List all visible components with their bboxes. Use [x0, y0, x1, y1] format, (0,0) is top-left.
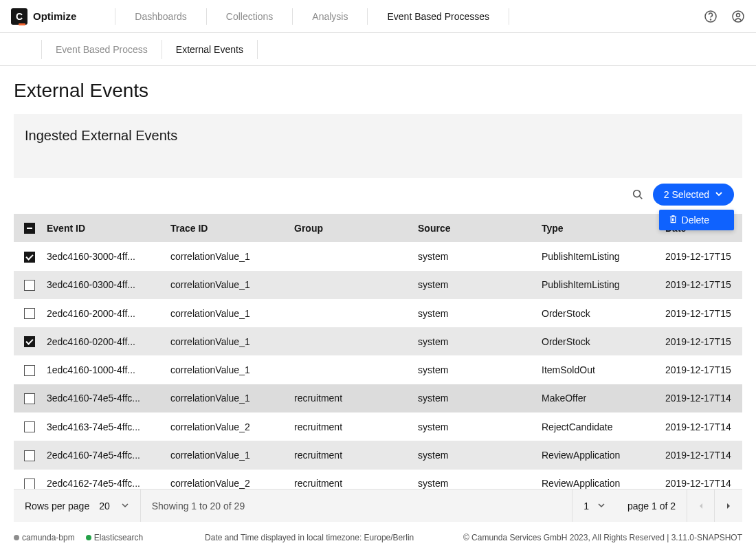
cell-group [289, 299, 412, 327]
row-checkbox[interactable] [24, 336, 35, 347]
cell-type: ReviewApplication [536, 470, 660, 489]
col-source[interactable]: Source [412, 214, 536, 242]
row-checkbox[interactable] [24, 252, 35, 263]
nav-analysis[interactable]: Analysis [304, 11, 356, 22]
svg-point-1 [711, 19, 711, 20]
events-table: Event ID Trace ID Group Source Type Date… [14, 214, 742, 489]
table-row[interactable]: 2edc4160-74e5-4ffc... correlationValue_1… [14, 441, 742, 469]
delete-menu-item[interactable]: Delete [659, 210, 734, 230]
panel-title: Ingested External Events [14, 114, 742, 178]
page-select[interactable]: 1 [572, 490, 616, 522]
nav-event-based-processes[interactable]: Event Based Processes [379, 11, 498, 22]
subnav-external-events[interactable]: External Events [162, 40, 258, 59]
cell-event-id: 3edc4163-74e5-4ffc... [41, 412, 165, 441]
cell-source: system [412, 299, 536, 327]
pagination-bar: Rows per page 20 Showing 1 to 20 of 29 1… [14, 489, 742, 522]
cell-source: system [412, 242, 536, 270]
row-checkbox[interactable] [24, 393, 35, 404]
cell-source: system [412, 470, 536, 489]
cell-source: system [412, 441, 536, 469]
table-row[interactable]: 3edc4160-0300-4ff... correlationValue_1 … [14, 271, 742, 299]
cell-trace-id: correlationValue_1 [165, 299, 289, 327]
status-dot-icon [14, 535, 19, 540]
cell-trace-id: correlationValue_1 [165, 355, 289, 384]
cell-group: recruitment [289, 412, 412, 441]
chevron-down-icon [121, 500, 129, 512]
col-group[interactable]: Group [289, 214, 412, 242]
nav-separator [206, 8, 207, 25]
search-icon[interactable] [631, 188, 645, 201]
table-row[interactable]: 2edc4160-2000-4ff... correlationValue_1 … [14, 299, 742, 327]
row-checkbox[interactable] [24, 478, 35, 489]
cell-date: 2019-12-17T15 [660, 355, 742, 384]
cell-group: recruitment [289, 384, 412, 412]
main-content: External Events Ingested External Events… [0, 66, 756, 536]
cell-type: PublishItemListing [536, 271, 660, 299]
svg-point-3 [737, 13, 740, 16]
cell-type: ReviewApplication [536, 441, 660, 469]
table-row[interactable]: 2edc4160-0200-4ff... correlationValue_1 … [14, 327, 742, 355]
cell-date: 2019-12-17T14 [660, 384, 742, 412]
table-row[interactable]: 2edc4162-74e5-4ffc... correlationValue_2… [14, 470, 742, 489]
col-type[interactable]: Type [536, 214, 660, 242]
row-checkbox[interactable] [24, 421, 35, 432]
table-row[interactable]: 3edc4163-74e5-4ffc... correlationValue_2… [14, 412, 742, 441]
cell-event-id: 2edc4160-0200-4ff... [41, 327, 165, 355]
row-checkbox[interactable] [24, 308, 35, 319]
cell-date: 2019-12-17T15 [660, 327, 742, 355]
help-icon[interactable] [704, 10, 718, 23]
user-icon[interactable] [731, 10, 745, 23]
brand-block[interactable]: C Optimize [11, 8, 76, 25]
cell-event-id: 2edc4162-74e5-4ffc... [41, 470, 165, 489]
cell-type: ItemSoldOut [536, 355, 660, 384]
cell-group [289, 355, 412, 384]
cell-source: system [412, 271, 536, 299]
status-elasticsearch: Elasticsearch [86, 533, 143, 542]
cell-date: 2019-12-17T15 [660, 242, 742, 270]
table-row[interactable]: 1edc4160-1000-4ff... correlationValue_1 … [14, 355, 742, 384]
cell-type: OrderStock [536, 299, 660, 327]
col-trace-id[interactable]: Trace ID [165, 214, 289, 242]
subnav-event-based-process[interactable]: Event Based Process [41, 40, 162, 59]
cell-trace-id: correlationValue_2 [165, 470, 289, 489]
top-navbar: C Optimize Dashboards Collections Analys… [0, 0, 756, 33]
row-checkbox[interactable] [24, 365, 35, 376]
rows-per-page-select[interactable]: 20 [99, 500, 129, 512]
page-value: 1 [583, 500, 589, 512]
col-event-id[interactable]: Event ID [41, 214, 165, 242]
table-row[interactable]: 3edc4160-74e5-4ffc... correlationValue_1… [14, 384, 742, 412]
cell-date: 2019-12-17T14 [660, 470, 742, 489]
svg-marker-6 [700, 503, 702, 509]
status-dot-icon [86, 535, 91, 540]
nav-dashboards[interactable]: Dashboards [126, 11, 195, 22]
cell-type: OrderStock [536, 327, 660, 355]
trash-icon [669, 214, 678, 226]
cell-date: 2019-12-17T14 [660, 441, 742, 469]
brand-name: Optimize [33, 10, 76, 22]
table-row[interactable]: 3edc4160-3000-4ff... correlationValue_1 … [14, 242, 742, 270]
nav-separator [509, 8, 509, 25]
page-title: External Events [14, 80, 742, 102]
delete-label: Delete [682, 214, 709, 226]
selected-count-button[interactable]: 2 Selected [653, 184, 734, 206]
table-toolbar: 2 Selected Delete [14, 178, 742, 214]
page-of-label: page 1 of 2 [616, 490, 687, 522]
select-all-checkbox[interactable] [24, 223, 35, 234]
next-page-button[interactable] [715, 490, 742, 522]
row-checkbox[interactable] [24, 280, 35, 291]
cell-source: system [412, 355, 536, 384]
row-checkbox[interactable] [24, 450, 35, 461]
cell-date: 2019-12-17T15 [660, 299, 742, 327]
cell-group [289, 242, 412, 270]
cell-event-id: 2edc4160-74e5-4ffc... [41, 441, 165, 469]
cell-trace-id: correlationValue_1 [165, 327, 289, 355]
cell-event-id: 2edc4160-2000-4ff... [41, 299, 165, 327]
cell-group [289, 327, 412, 355]
cell-group [289, 271, 412, 299]
cell-trace-id: correlationValue_1 [165, 441, 289, 469]
nav-collections[interactable]: Collections [218, 11, 281, 22]
prev-page-button[interactable] [687, 490, 715, 522]
selected-count-label: 2 Selected [664, 189, 709, 200]
cell-event-id: 3edc4160-3000-4ff... [41, 242, 165, 270]
cell-trace-id: correlationValue_1 [165, 384, 289, 412]
